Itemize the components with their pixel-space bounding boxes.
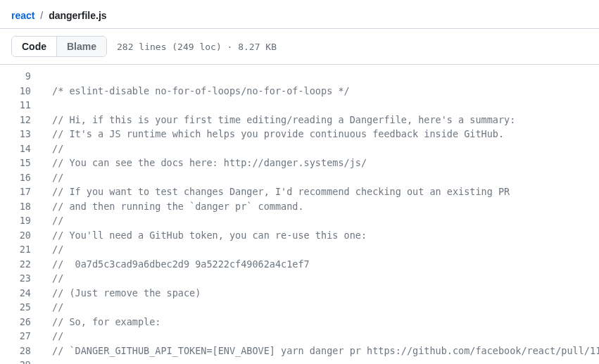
line-number[interactable]: 24 [0, 286, 37, 301]
line-number[interactable]: 28 [0, 344, 37, 358]
code-line: // 0a7d5c3cad9a6dbec2d9 9a5222cf49062a4c… [52, 257, 599, 272]
line-number[interactable]: 25 [0, 300, 37, 315]
code-content: /* eslint-disable no-for-of-loops/no-for… [44, 65, 599, 364]
tab-blame[interactable]: Blame [56, 37, 106, 56]
line-number[interactable]: 29 [0, 358, 37, 364]
line-number[interactable]: 19 [0, 213, 37, 228]
line-number[interactable]: 27 [0, 329, 37, 344]
line-number[interactable]: 13 [0, 127, 37, 142]
line-number[interactable]: 12 [0, 113, 37, 127]
line-number[interactable]: 16 [0, 170, 37, 185]
line-number-gutter: 9101112131415161718192021222324252627282… [0, 65, 44, 364]
file-info: 282 lines (249 loc) · 8.27 KB [117, 42, 277, 52]
line-number[interactable]: 18 [0, 199, 37, 214]
line-number[interactable]: 21 [0, 242, 37, 257]
code-view: 9101112131415161718192021222324252627282… [0, 65, 599, 364]
line-number[interactable]: 20 [0, 228, 37, 243]
line-number[interactable]: 22 [0, 257, 37, 272]
code-line: // [52, 170, 599, 185]
view-tabs: Code Blame [11, 36, 107, 57]
tab-code[interactable]: Code [12, 37, 56, 56]
code-line: // [52, 300, 599, 315]
line-number[interactable]: 10 [0, 84, 37, 99]
code-line: // It's a JS runtime which helps you pro… [52, 127, 599, 142]
code-line: // [52, 329, 599, 344]
code-line [52, 358, 599, 364]
line-number[interactable]: 26 [0, 315, 37, 330]
code-line: // [52, 142, 599, 156]
code-line: // If you want to test changes Danger, I… [52, 184, 599, 199]
line-number[interactable]: 17 [0, 184, 37, 199]
code-line: // `DANGER_GITHUB_API_TOKEN=[ENV_ABOVE] … [52, 344, 599, 358]
file-toolbar: Code Blame 282 lines (249 loc) · 8.27 KB [0, 29, 599, 65]
code-line: /* eslint-disable no-for-of-loops/no-for… [52, 84, 599, 99]
code-line [52, 98, 599, 113]
code-line: // You'll need a GitHub token, you can r… [52, 228, 599, 243]
code-line: // (Just remove the space) [52, 286, 599, 301]
code-line: // You can see the docs here: http://dan… [52, 156, 599, 170]
line-number[interactable]: 9 [0, 69, 37, 84]
line-number[interactable]: 15 [0, 156, 37, 170]
code-line: // [52, 271, 599, 286]
breadcrumb-separator: / [40, 10, 43, 21]
code-line: // Hi, if this is your first time editin… [52, 113, 599, 127]
line-number[interactable]: 14 [0, 142, 37, 156]
breadcrumb-repo-link[interactable]: react [11, 10, 34, 21]
line-number[interactable]: 11 [0, 98, 37, 113]
code-line: // [52, 242, 599, 257]
code-line: // and then running the `danger pr` comm… [52, 199, 599, 214]
code-line: // So, for example: [52, 315, 599, 330]
breadcrumb: react / dangerfile.js [0, 0, 599, 29]
code-line [52, 69, 599, 84]
line-number[interactable]: 23 [0, 271, 37, 286]
breadcrumb-filename: dangerfile.js [49, 10, 106, 21]
code-line: // [52, 213, 599, 228]
